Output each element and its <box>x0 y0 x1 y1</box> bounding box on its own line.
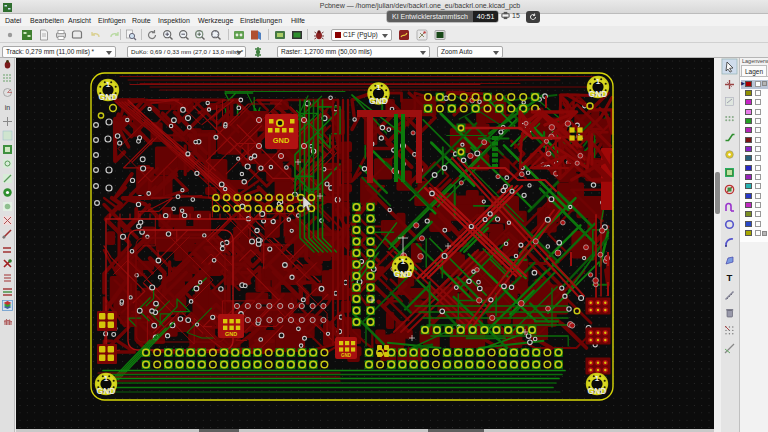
svg-text:1: 1 <box>401 257 406 266</box>
svg-text:1: 1 <box>106 80 111 89</box>
svg-text:GND: GND <box>588 386 607 396</box>
svg-text:1: 1 <box>596 77 601 86</box>
svg-text:GND: GND <box>589 89 608 99</box>
svg-text:GND: GND <box>99 92 118 102</box>
svg-text:GND: GND <box>273 136 290 145</box>
svg-text:1: 1 <box>104 374 109 383</box>
svg-text:GND: GND <box>394 269 413 279</box>
svg-text:GND: GND <box>225 331 237 337</box>
svg-text:1: 1 <box>376 83 381 92</box>
svg-text:GND: GND <box>97 386 116 396</box>
svg-text:1: 1 <box>595 374 600 383</box>
svg-text:T: T <box>727 272 733 283</box>
svg-text:in: in <box>4 104 10 111</box>
svg-text:GND: GND <box>369 96 388 106</box>
svg-text:GND: GND <box>341 353 352 358</box>
